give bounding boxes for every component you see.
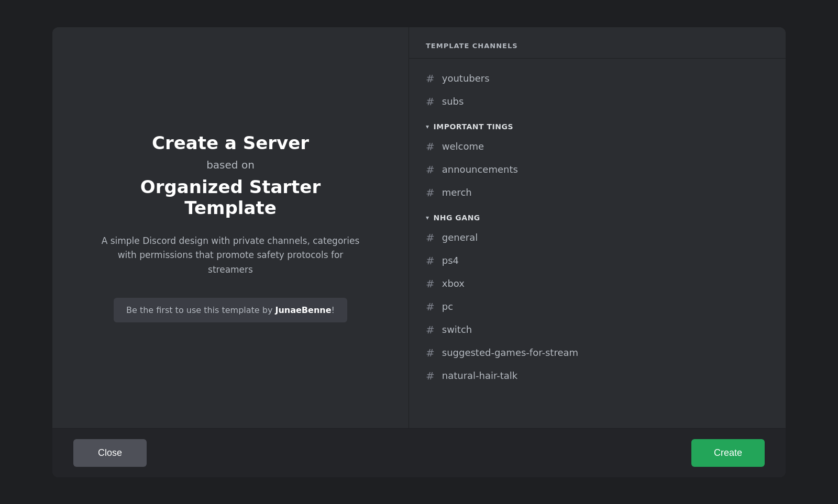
channel-item[interactable]: #natural-hair-talk (409, 364, 786, 387)
category-name: IMPORTANT TINGS (434, 122, 513, 131)
hash-icon: # (426, 163, 435, 176)
hash-icon: # (426, 95, 435, 108)
hash-icon: # (426, 323, 435, 336)
create-button[interactable]: Create (691, 439, 765, 467)
channel-item[interactable]: #general (409, 226, 786, 249)
right-panel: TEMPLATE CHANNELS #youtubers#subs▾IMPORT… (409, 27, 786, 428)
channel-item[interactable]: #youtubers (409, 67, 786, 90)
hash-icon: # (426, 369, 435, 382)
based-on-label: based on (206, 159, 255, 171)
hash-icon: # (426, 186, 435, 199)
channel-name: xbox (442, 278, 465, 289)
category-header[interactable]: ▾IMPORTANT TINGS (409, 113, 786, 135)
channel-item[interactable]: #announcements (409, 158, 786, 181)
channel-list[interactable]: #youtubers#subs▾IMPORTANT TINGS#welcome#… (409, 59, 786, 428)
channel-item[interactable]: #ps4 (409, 249, 786, 272)
chevron-down-icon: ▾ (426, 123, 429, 130)
hash-icon: # (426, 346, 435, 359)
modal-body: Create a Server based on Organized Start… (52, 27, 786, 428)
template-name: Organized Starter Template (94, 176, 367, 218)
attribution-prefix: Be the first to use this template by (126, 305, 275, 315)
template-channels-header: TEMPLATE CHANNELS (409, 27, 786, 59)
chevron-down-icon: ▾ (426, 214, 429, 221)
channel-name: youtubers (442, 73, 490, 84)
channel-name: announcements (442, 164, 518, 175)
attribution-author: JunaeBenne (275, 305, 331, 315)
hash-icon: # (426, 140, 435, 153)
category-name: NHG GANG (434, 214, 480, 222)
channel-item[interactable]: #merch (409, 181, 786, 204)
hash-icon: # (426, 231, 435, 244)
modal-footer: Close Create (52, 428, 786, 477)
hash-icon: # (426, 300, 435, 313)
channel-item[interactable]: #pc (409, 295, 786, 318)
channel-item[interactable]: #xbox (409, 272, 786, 295)
channel-name: switch (442, 324, 472, 335)
channel-name: welcome (442, 141, 484, 152)
modal: Create a Server based on Organized Start… (52, 27, 786, 477)
hash-icon: # (426, 277, 435, 290)
channel-name: ps4 (442, 255, 459, 266)
hash-icon: # (426, 254, 435, 267)
create-server-title: Create a Server (152, 132, 309, 153)
channel-item[interactable]: #welcome (409, 135, 786, 158)
channel-name: suggested-games-for-stream (442, 347, 578, 358)
channel-name: subs (442, 96, 464, 107)
channel-name: pc (442, 301, 453, 312)
close-button[interactable]: Close (73, 439, 147, 467)
channel-name: merch (442, 187, 472, 198)
hash-icon: # (426, 72, 435, 85)
attribution-suffix: ! (332, 305, 335, 315)
channel-item[interactable]: #suggested-games-for-stream (409, 341, 786, 364)
attribution-box: Be the first to use this template by Jun… (114, 298, 347, 322)
template-description: A simple Discord design with private cha… (94, 234, 367, 277)
channel-name: natural-hair-talk (442, 370, 518, 381)
channel-item[interactable]: #subs (409, 90, 786, 113)
channel-item[interactable]: #switch (409, 318, 786, 341)
channel-name: general (442, 232, 478, 243)
left-panel: Create a Server based on Organized Start… (52, 27, 409, 428)
category-header[interactable]: ▾NHG GANG (409, 204, 786, 226)
